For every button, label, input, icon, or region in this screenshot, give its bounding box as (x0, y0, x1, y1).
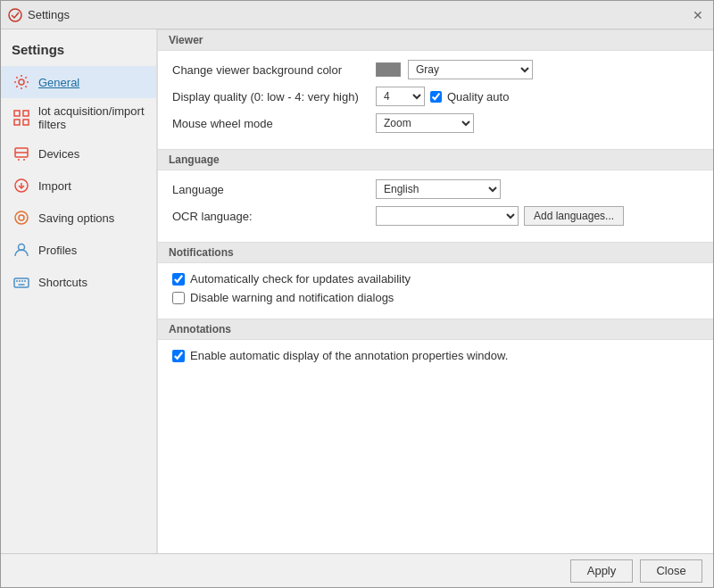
color-swatch-gray (376, 62, 401, 77)
checkbox-updates[interactable] (172, 273, 185, 286)
label-warnings: Disable warning and notification dialogs (190, 291, 394, 304)
svg-rect-3 (23, 111, 29, 116)
section-body-viewer: Change viewer background color Gray Whit… (158, 51, 713, 149)
label-ocr-language: OCR language: (172, 210, 369, 223)
form-row-mouse-wheel: Mouse wheel mode Zoom Scroll (172, 113, 699, 133)
keyboard-icon (12, 272, 31, 292)
title-bar-left: Settings (8, 8, 70, 22)
sidebar-item-general[interactable]: General (1, 66, 156, 98)
checkbox-warnings[interactable] (172, 292, 185, 304)
svg-rect-2 (14, 111, 20, 116)
close-button[interactable]: Close (640, 559, 702, 583)
app-icon (8, 8, 22, 22)
svg-point-1 (19, 79, 24, 85)
label-display-quality: Display quality (0: low - 4: very high) (172, 90, 369, 104)
checkbox-row-warnings: Disable warning and notification dialogs (172, 291, 699, 304)
profile-icon (12, 240, 31, 260)
svg-point-13 (19, 215, 24, 220)
sidebar-item-lot-acquisition[interactable]: lot acquisition/import filters (1, 98, 156, 137)
sidebar-label-devices: Devices (38, 147, 79, 161)
section-header-annotations: Annotations (158, 319, 713, 340)
control-bg-color: Gray White Black Custom (376, 60, 533, 79)
svg-rect-5 (23, 120, 29, 125)
section-body-annotations: Enable automatic display of the annotati… (158, 340, 713, 377)
scanner-icon (12, 144, 31, 163)
section-language: Language Language English French German … (158, 149, 713, 242)
sidebar-title: Settings (1, 37, 156, 66)
title-bar: Settings ✕ (1, 1, 713, 29)
window-close-button[interactable]: ✕ (690, 7, 706, 23)
label-mouse-wheel: Mouse wheel mode (172, 117, 369, 130)
select-bg-color[interactable]: Gray White Black Custom (408, 60, 533, 79)
control-display-quality: 0 1 2 3 4 Quality auto (376, 87, 509, 106)
svg-point-0 (9, 9, 21, 21)
form-row-display-quality: Display quality (0: low - 4: very high) … (172, 87, 699, 106)
svg-rect-4 (14, 120, 20, 125)
sidebar-label-shortcuts: Shortcuts (38, 276, 87, 289)
sidebar: Settings General (1, 29, 157, 553)
checkbox-annotation[interactable] (172, 350, 185, 362)
sidebar-item-saving-options[interactable]: Saving options (1, 202, 156, 234)
save-icon (12, 208, 31, 228)
control-mouse-wheel: Zoom Scroll (376, 113, 474, 133)
grid-icon (12, 108, 31, 128)
checkbox-quality-auto[interactable] (430, 91, 442, 103)
section-header-language: Language (158, 149, 713, 170)
sidebar-label-general: General (38, 76, 79, 89)
svg-rect-15 (14, 278, 29, 287)
label-language: Language (172, 183, 369, 196)
sidebar-label-profiles: Profiles (38, 244, 77, 257)
sidebar-item-devices[interactable]: Devices (1, 137, 156, 170)
sidebar-item-shortcuts[interactable]: Shortcuts (1, 266, 156, 298)
section-header-notifications: Notifications (158, 242, 713, 263)
select-display-quality[interactable]: 0 1 2 3 4 (376, 87, 425, 106)
sidebar-label-import: Import (38, 179, 71, 193)
label-annotation: Enable automatic display of the annotati… (190, 349, 508, 362)
select-language[interactable]: English French German Spanish (376, 179, 501, 199)
section-body-language: Language English French German Spanish (158, 170, 713, 242)
checkbox-row-annotation: Enable automatic display of the annotati… (172, 349, 699, 362)
apply-button[interactable]: Apply (570, 559, 633, 583)
content-area: Settings General (1, 29, 713, 553)
checkbox-row-updates: Automatically check for updates availabi… (172, 272, 699, 286)
section-viewer: Viewer Change viewer background color Gr… (158, 29, 713, 149)
sidebar-label-saving: Saving options (38, 211, 114, 225)
label-updates: Automatically check for updates availabi… (190, 272, 411, 286)
sidebar-item-profiles[interactable]: Profiles (1, 234, 156, 266)
section-annotations: Annotations Enable automatic display of … (158, 319, 713, 377)
control-ocr-language: Add languages... (376, 206, 624, 226)
add-languages-button[interactable]: Add languages... (524, 206, 624, 226)
label-bg-color: Change viewer background color (172, 63, 369, 77)
gear-icon (12, 72, 31, 92)
sidebar-label-lot: lot acquisition/import filters (38, 104, 145, 131)
section-body-notifications: Automatically check for updates availabi… (158, 263, 713, 319)
label-quality-auto: Quality auto (447, 90, 509, 104)
form-row-ocr-language: OCR language: Add languages... (172, 206, 699, 226)
footer: Apply Close (1, 553, 713, 587)
form-row-bg-color: Change viewer background color Gray Whit… (172, 60, 699, 79)
svg-point-12 (15, 211, 28, 224)
select-mouse-wheel[interactable]: Zoom Scroll (376, 113, 474, 133)
section-header-viewer: Viewer (158, 29, 713, 51)
select-ocr-language[interactable] (376, 206, 519, 226)
section-notifications: Notifications Automatically check for up… (158, 242, 713, 319)
form-row-language: Language English French German Spanish (172, 179, 699, 199)
window-title: Settings (28, 8, 70, 21)
settings-window: Settings ✕ Settings General (0, 0, 714, 588)
sidebar-item-import[interactable]: Import (1, 170, 156, 202)
import-icon (12, 176, 31, 195)
main-panel: Viewer Change viewer background color Gr… (157, 29, 713, 553)
control-language: English French German Spanish (376, 179, 501, 199)
